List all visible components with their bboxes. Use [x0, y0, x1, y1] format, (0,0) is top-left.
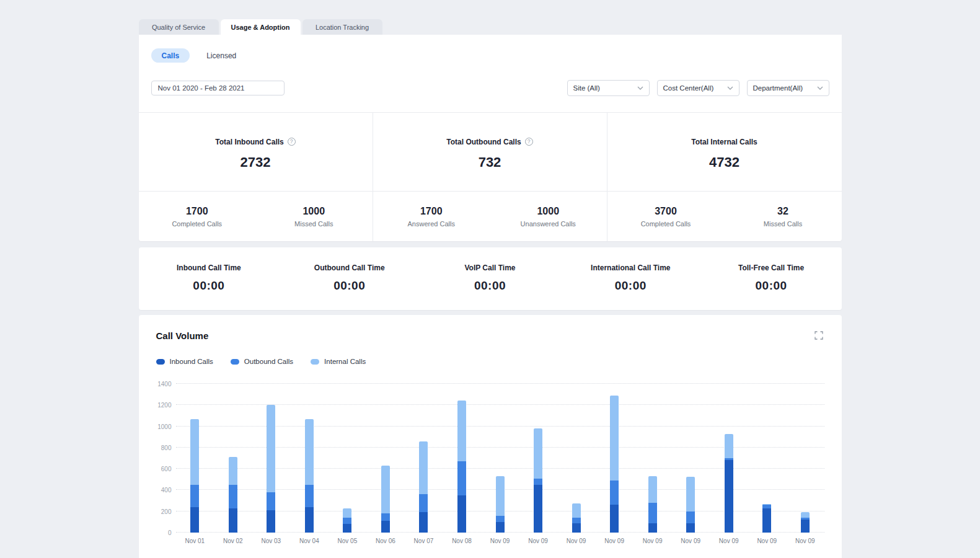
bar-segment	[762, 508, 771, 533]
sub-stat-label: Missed Calls	[764, 220, 802, 228]
subtab-calls[interactable]: Calls	[151, 48, 190, 63]
x-tick-label: Nov 07	[405, 538, 443, 544]
tab-quality-of-service[interactable]: Quality of Service	[139, 19, 219, 35]
chart-y-axis: 0200400600800100012001400	[156, 384, 176, 533]
sub-stat: 1700 Completed Calls	[139, 192, 256, 241]
sub-stat-value: 1000	[537, 206, 559, 217]
bar-group[interactable]	[176, 384, 214, 533]
legend-internal-calls[interactable]: Internal Calls	[311, 358, 366, 365]
bar-segment	[229, 457, 237, 485]
legend-marker	[156, 359, 165, 365]
info-icon[interactable]: ?	[525, 138, 533, 146]
bar-segment	[267, 405, 275, 492]
bar-group[interactable]	[748, 384, 786, 533]
tab-usage-adoption[interactable]: Usage & Adoption	[221, 19, 301, 35]
bar-group[interactable]	[557, 384, 596, 533]
bar-group[interactable]	[710, 384, 748, 533]
bar-segment	[572, 523, 581, 533]
stat-title: Total Inbound Calls	[215, 138, 283, 146]
bar-segment	[419, 441, 428, 494]
call-time-label: Toll-Free Call Time	[701, 264, 842, 272]
site-select-value: Site (All)	[573, 84, 600, 92]
bar-segment	[305, 485, 314, 507]
fullscreen-icon[interactable]	[813, 330, 824, 341]
bar-segment	[190, 485, 199, 507]
call-time-value: 00:00	[420, 279, 560, 293]
bar-group[interactable]	[671, 384, 710, 533]
bar-group[interactable]	[633, 384, 672, 533]
chevron-down-icon	[817, 86, 823, 90]
bar-group[interactable]	[595, 384, 633, 533]
bar-segment	[381, 513, 390, 521]
bar-segment	[229, 508, 237, 533]
bar-group[interactable]	[786, 384, 824, 533]
bar-group[interactable]	[290, 384, 329, 533]
call-time-value: 00:00	[279, 279, 420, 293]
bar-segment	[343, 524, 351, 533]
stats-section: Total Inbound Calls ? 2732 1700 Complete…	[139, 112, 842, 241]
department-select[interactable]: Department(All)	[747, 80, 829, 96]
call-time-voip: VoIP Call Time 00:00	[420, 264, 560, 293]
legend-outbound-calls[interactable]: Outbound Calls	[231, 358, 293, 365]
bar-group[interactable]	[481, 384, 519, 533]
x-tick-label: Nov 09	[671, 538, 710, 544]
call-time-tollfree: Toll-Free Call Time 00:00	[701, 264, 842, 293]
call-time-value: 00:00	[560, 279, 701, 293]
bar-group[interactable]	[519, 384, 557, 533]
sub-stat: 1700 Answered Calls	[373, 192, 490, 241]
x-tick-label: Nov 04	[290, 538, 329, 544]
filter-selects: Site (All) Cost Center(All) Department(A…	[567, 80, 829, 96]
bar-segment	[801, 512, 810, 518]
bar-segment	[648, 523, 657, 533]
sub-stat: 32 Missed Calls	[725, 192, 842, 241]
sub-stat-label: Unanswered Calls	[521, 220, 576, 228]
cost-center-select[interactable]: Cost Center(All)	[657, 80, 739, 96]
bar-segment	[534, 485, 542, 533]
call-volume-chart: 0200400600800100012001400 Nov 01Nov 02No…	[156, 384, 824, 544]
date-range-input[interactable]	[151, 81, 285, 95]
x-tick-label: Nov 01	[176, 538, 214, 544]
tab-location-tracking[interactable]: Location Tracking	[302, 19, 382, 35]
bar-segment	[534, 428, 542, 479]
bar-group[interactable]	[405, 384, 443, 533]
bar-segment	[457, 401, 466, 461]
x-tick-label: Nov 09	[710, 538, 748, 544]
bar-group[interactable]	[366, 384, 405, 533]
sub-stat: 1000 Missed Calls	[255, 192, 373, 241]
bar-segment	[267, 492, 275, 510]
y-tick-label: 800	[161, 444, 172, 451]
bar-segment	[496, 522, 505, 533]
sub-stat: 3700 Completed Calls	[607, 192, 725, 241]
call-time-label: Outbound Call Time	[279, 264, 420, 272]
chevron-down-icon	[637, 86, 643, 90]
subtab-licensed[interactable]: Licensed	[196, 48, 247, 63]
bar-segment	[305, 419, 314, 485]
bar-segment	[572, 518, 581, 523]
x-tick-label: Nov 08	[443, 538, 481, 544]
y-tick-label: 0	[168, 529, 172, 536]
sub-stat-value: 1700	[420, 206, 443, 217]
site-select[interactable]: Site (All)	[567, 80, 650, 96]
bar-segment	[381, 466, 390, 513]
filter-bar: Site (All) Cost Center(All) Department(A…	[139, 63, 842, 112]
call-time-value: 00:00	[139, 279, 280, 293]
sub-stat-value: 32	[777, 206, 788, 217]
y-tick-label: 600	[161, 466, 172, 472]
bar-segment	[190, 507, 199, 533]
y-tick-label: 1200	[157, 402, 171, 409]
sub-stat: 1000 Unanswered Calls	[490, 192, 607, 241]
bar-group[interactable]	[214, 384, 252, 533]
info-icon[interactable]: ?	[288, 138, 296, 146]
legend-inbound-calls[interactable]: Inbound Calls	[156, 358, 213, 365]
bar-group[interactable]	[443, 384, 481, 533]
bar-group[interactable]	[252, 384, 291, 533]
bar-segment	[381, 521, 390, 533]
bar-segment	[610, 396, 619, 480]
x-tick-label: Nov 09	[557, 538, 596, 544]
chart-title: Call Volume	[156, 330, 209, 341]
legend-label: Inbound Calls	[170, 358, 213, 365]
call-time-label: VoIP Call Time	[420, 264, 560, 272]
stat-value: 732	[479, 154, 501, 170]
bar-segment	[496, 516, 505, 522]
bar-group[interactable]	[329, 384, 367, 533]
